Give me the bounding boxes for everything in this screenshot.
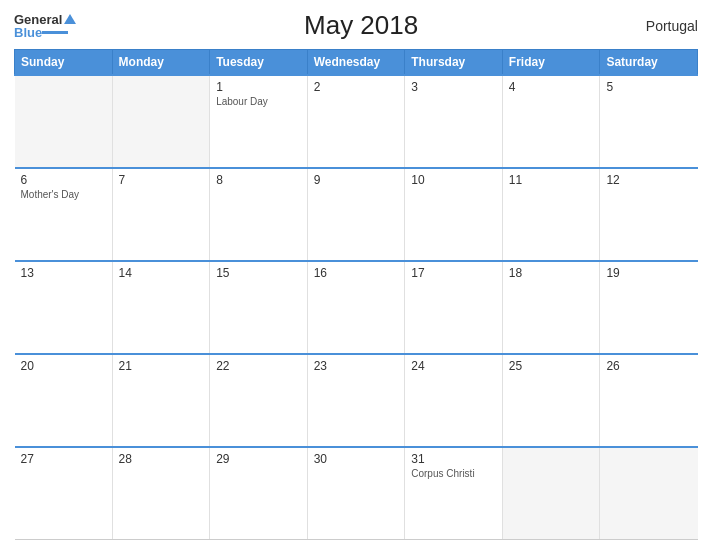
day-cell: 6Mother's Day [15, 168, 113, 261]
day-cell: 28 [112, 447, 210, 540]
week-row-4: 20212223242526 [15, 354, 698, 447]
day-cell: 26 [600, 354, 698, 447]
day-number: 6 [21, 173, 106, 187]
day-number: 4 [509, 80, 594, 94]
col-header-tuesday: Tuesday [210, 50, 308, 76]
day-cell: 22 [210, 354, 308, 447]
calendar-table: SundayMondayTuesdayWednesdayThursdayFrid… [14, 49, 698, 540]
week-row-2: 6Mother's Day789101112 [15, 168, 698, 261]
day-cell: 3 [405, 75, 503, 168]
col-header-wednesday: Wednesday [307, 50, 405, 76]
day-number: 28 [119, 452, 204, 466]
day-cell: 2 [307, 75, 405, 168]
day-number: 20 [21, 359, 106, 373]
day-number: 29 [216, 452, 301, 466]
day-cell: 16 [307, 261, 405, 354]
logo-triangle-icon [64, 14, 76, 24]
day-number: 21 [119, 359, 204, 373]
day-cell: 4 [502, 75, 600, 168]
day-cell: 10 [405, 168, 503, 261]
day-cell: 11 [502, 168, 600, 261]
logo-underline [42, 31, 68, 34]
day-number: 12 [606, 173, 691, 187]
day-number: 26 [606, 359, 691, 373]
week-row-1: 1Labour Day2345 [15, 75, 698, 168]
day-number: 2 [314, 80, 399, 94]
day-number: 27 [21, 452, 106, 466]
day-number: 17 [411, 266, 496, 280]
day-cell [600, 447, 698, 540]
day-number: 30 [314, 452, 399, 466]
day-cell: 24 [405, 354, 503, 447]
holiday-label: Mother's Day [21, 189, 106, 200]
day-number: 11 [509, 173, 594, 187]
day-cell: 17 [405, 261, 503, 354]
day-number: 5 [606, 80, 691, 94]
calendar-header: General Blue May 2018 Portugal [14, 10, 698, 41]
day-number: 3 [411, 80, 496, 94]
day-cell: 19 [600, 261, 698, 354]
day-cell: 30 [307, 447, 405, 540]
day-cell: 12 [600, 168, 698, 261]
day-number: 18 [509, 266, 594, 280]
day-number: 7 [119, 173, 204, 187]
day-number: 10 [411, 173, 496, 187]
day-number: 19 [606, 266, 691, 280]
holiday-label: Labour Day [216, 96, 301, 107]
week-row-3: 13141516171819 [15, 261, 698, 354]
day-number: 1 [216, 80, 301, 94]
day-cell: 9 [307, 168, 405, 261]
logo-general-text: General [14, 13, 62, 26]
day-number: 14 [119, 266, 204, 280]
day-cell: 18 [502, 261, 600, 354]
col-header-sunday: Sunday [15, 50, 113, 76]
day-cell: 14 [112, 261, 210, 354]
day-cell: 21 [112, 354, 210, 447]
day-number: 15 [216, 266, 301, 280]
col-header-monday: Monday [112, 50, 210, 76]
header-row: SundayMondayTuesdayWednesdayThursdayFrid… [15, 50, 698, 76]
day-number: 9 [314, 173, 399, 187]
day-number: 22 [216, 359, 301, 373]
day-cell: 23 [307, 354, 405, 447]
day-cell: 1Labour Day [210, 75, 308, 168]
day-cell: 25 [502, 354, 600, 447]
day-cell: 31Corpus Christi [405, 447, 503, 540]
day-cell: 27 [15, 447, 113, 540]
calendar-title: May 2018 [304, 10, 418, 41]
day-cell [502, 447, 600, 540]
day-cell [15, 75, 113, 168]
holiday-label: Corpus Christi [411, 468, 496, 479]
calendar-page: General Blue May 2018 Portugal SundayMon… [0, 0, 712, 550]
week-row-5: 2728293031Corpus Christi [15, 447, 698, 540]
day-number: 23 [314, 359, 399, 373]
day-cell: 7 [112, 168, 210, 261]
day-number: 8 [216, 173, 301, 187]
day-cell: 29 [210, 447, 308, 540]
day-number: 31 [411, 452, 496, 466]
day-cell: 20 [15, 354, 113, 447]
day-cell: 13 [15, 261, 113, 354]
day-cell: 5 [600, 75, 698, 168]
col-header-thursday: Thursday [405, 50, 503, 76]
day-cell: 15 [210, 261, 308, 354]
col-header-friday: Friday [502, 50, 600, 76]
day-number: 16 [314, 266, 399, 280]
day-cell [112, 75, 210, 168]
day-cell: 8 [210, 168, 308, 261]
country-label: Portugal [646, 18, 698, 34]
col-header-saturday: Saturday [600, 50, 698, 76]
day-number: 13 [21, 266, 106, 280]
day-number: 24 [411, 359, 496, 373]
day-number: 25 [509, 359, 594, 373]
logo: General Blue [14, 13, 76, 39]
logo-blue-text: Blue [14, 26, 42, 39]
